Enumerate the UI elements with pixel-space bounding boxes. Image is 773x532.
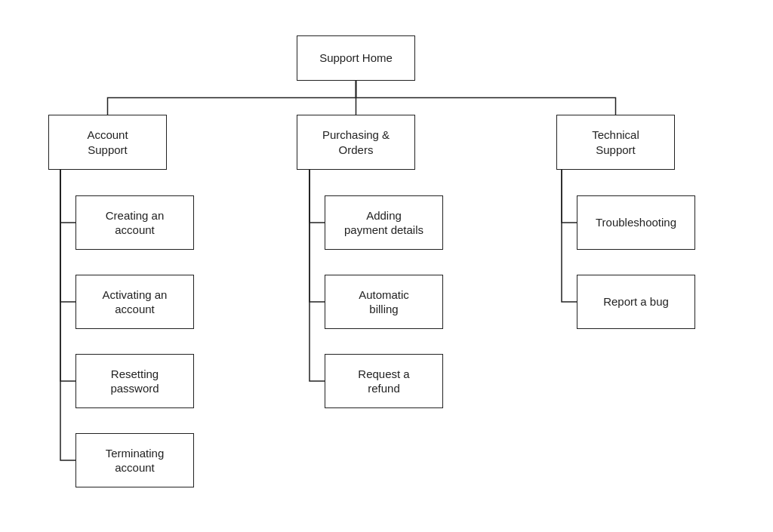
troubleshooting-node[interactable]: Troubleshooting [577,195,695,250]
account-support-node[interactable]: Account Support [48,115,167,170]
activating-account-node[interactable]: Activating an account [75,275,194,329]
technical-support-node[interactable]: Technical Support [556,115,675,170]
purchasing-orders-node[interactable]: Purchasing & Orders [297,115,415,170]
creating-account-node[interactable]: Creating an account [75,195,194,250]
automatic-billing-node[interactable]: Automatic billing [325,275,443,329]
report-bug-node[interactable]: Report a bug [577,275,695,329]
terminating-account-node[interactable]: Terminating account [75,433,194,487]
request-refund-node[interactable]: Request a refund [325,354,443,408]
resetting-password-node[interactable]: Resetting password [75,354,194,408]
support-home-node[interactable]: Support Home [297,35,415,81]
adding-payment-node[interactable]: Adding payment details [325,195,443,250]
tree-diagram: Support HomeAccount SupportPurchasing & … [0,0,773,532]
